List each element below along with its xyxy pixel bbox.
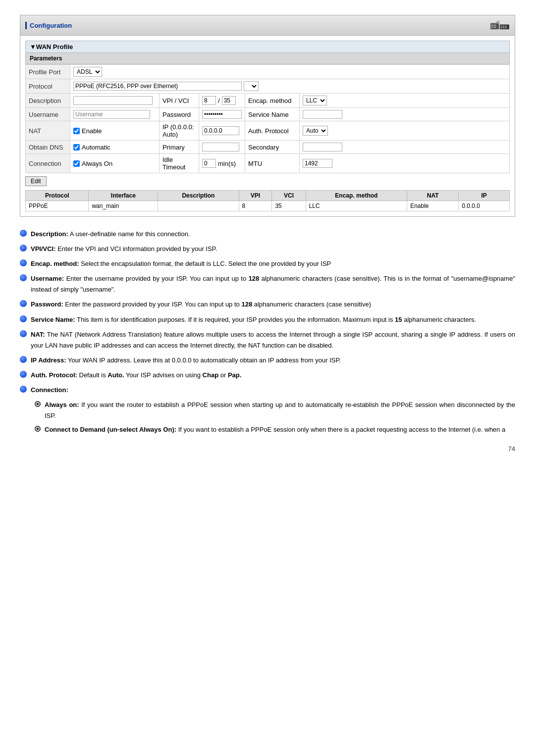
connection-row: Connection Always On Idle Timeout min(s) xyxy=(26,154,510,173)
desc-description-text: Description: A user-definable name for t… xyxy=(31,229,515,240)
sub-always-on-text: Always on: If you want the router to est… xyxy=(45,400,515,421)
auth-protocol-label-cell: Auth. Protocol xyxy=(245,121,300,141)
service-name-input-cell xyxy=(300,108,510,121)
ip-label-cell: IP (0.0.0.0: Auto) xyxy=(160,121,199,141)
edit-button[interactable]: Edit xyxy=(25,176,47,186)
desc-auth-bold1: Auto. xyxy=(107,371,124,379)
col-encap: Encap. method xyxy=(306,191,407,201)
password-input[interactable] xyxy=(202,110,242,119)
configuration-panel: Configuration ▼WA xyxy=(20,15,515,217)
desc-password-text: Password: Enter the password provided by… xyxy=(31,299,515,310)
always-on-label[interactable]: Always On xyxy=(73,160,156,167)
router-icon xyxy=(490,18,510,32)
password-label-cell: Password xyxy=(160,108,199,121)
col-nat: NAT xyxy=(407,191,459,201)
primary-input[interactable] xyxy=(202,143,239,151)
ip-input-cell xyxy=(199,121,245,141)
sub-connect-demand: Connect to Demand (un-select Always On):… xyxy=(35,424,515,435)
mtu-label-cell: MTU xyxy=(245,154,300,173)
idle-input[interactable] xyxy=(202,159,216,168)
desc-auth-text: Auth. Protocol: Default is Auto. Your IS… xyxy=(31,370,515,381)
svg-rect-13 xyxy=(496,21,497,24)
profile-port-select[interactable]: ADSL xyxy=(73,67,102,77)
bullet-ip xyxy=(20,356,27,363)
vpi-input[interactable] xyxy=(202,96,216,105)
bullet-encap xyxy=(20,259,27,266)
username-label: Username xyxy=(26,108,70,121)
desc-nat-body: The NAT (Network Address Translation) fe… xyxy=(31,331,515,349)
params-header: Parameters xyxy=(25,53,510,64)
desc-ip-item: IP Address: Your WAN IP address. Leave t… xyxy=(20,355,515,366)
row-interface: wan_main xyxy=(89,201,158,211)
connection-label: Connection xyxy=(26,154,70,173)
desc-encap-item: Encap. method: Select the encapsulation … xyxy=(20,258,515,269)
nat-row: NAT Enable IP (0.0.0.0: Auto) Auth. Prot… xyxy=(26,121,510,141)
config-icon xyxy=(490,18,510,32)
desc-auth-item: Auth. Protocol: Default is Auto. Your IS… xyxy=(20,370,515,381)
password-input-cell xyxy=(199,108,245,121)
row-description xyxy=(158,201,239,211)
description-section: Description: A user-definable name for t… xyxy=(20,229,515,435)
desc-connection-item: Connection: xyxy=(20,385,515,396)
protocol-cell xyxy=(70,79,510,94)
svg-rect-11 xyxy=(503,27,504,28)
vci-input[interactable] xyxy=(222,96,236,105)
vpi-vci-label: VPI / VCI xyxy=(162,97,189,104)
desc-nat-text: NAT: The NAT (Network Address Translatio… xyxy=(31,329,515,351)
automatic-checkbox[interactable] xyxy=(73,144,80,151)
col-protocol: Protocol xyxy=(26,191,89,201)
row-ip: 0.0.0.0 xyxy=(459,201,510,211)
desc-vpi-text: VPI/VCI: Enter the VPI and VCI informati… xyxy=(31,244,515,254)
nat-label: NAT xyxy=(26,121,70,141)
idle-timeout-label: Idle Timeout xyxy=(162,156,185,171)
protocol-input[interactable] xyxy=(73,82,242,91)
desc-username-item: Username: Enter the username provided by… xyxy=(20,273,515,295)
desc-password-bold: 128 xyxy=(241,301,252,308)
desc-service-before: This item is for identification purposes… xyxy=(75,316,395,323)
list-table-header: Protocol Interface Description VPI VCI E… xyxy=(26,191,510,201)
desc-auth-before: Default is xyxy=(77,371,107,379)
secondary-input[interactable] xyxy=(303,143,342,151)
row-vci: 35 xyxy=(272,201,306,211)
desc-service-bold: 15 xyxy=(395,316,402,323)
protocol-select[interactable] xyxy=(244,81,259,91)
desc-username-label: Username: xyxy=(31,275,64,282)
profile-port-row: Profile Port ADSL xyxy=(26,65,510,79)
auth-protocol-cell: Auto xyxy=(300,121,510,141)
automatic-label[interactable]: Automatic xyxy=(73,144,156,151)
row-encap-method: LLC xyxy=(306,201,407,211)
auth-protocol-select[interactable]: Auto xyxy=(303,126,328,136)
desc-username-before: Enter the username provided by your ISP.… xyxy=(64,275,248,282)
desc-vpi-item: VPI/VCI: Enter the VPI and VCI informati… xyxy=(20,244,515,254)
username-row: Username Password Service Name xyxy=(26,108,510,121)
vpi-vci-slash: / xyxy=(218,97,220,104)
svg-rect-2 xyxy=(491,25,493,26)
desc-connection-text: Connection: xyxy=(31,385,515,396)
desc-password-label: Password: xyxy=(31,301,63,308)
mtu-input[interactable] xyxy=(303,159,332,168)
encap-select[interactable]: LLC xyxy=(303,96,327,105)
list-table: Protocol Interface Description VPI VCI E… xyxy=(25,190,510,211)
config-header: Configuration xyxy=(20,15,515,36)
always-on-checkbox[interactable] xyxy=(73,160,80,167)
nat-enable-label[interactable]: Enable xyxy=(73,127,156,135)
bullet-connection xyxy=(20,386,27,393)
secondary-input-cell xyxy=(300,141,510,154)
bullet-service xyxy=(20,315,27,322)
primary-label: Primary xyxy=(162,144,185,151)
username-input[interactable] xyxy=(73,110,150,119)
service-name-input[interactable] xyxy=(303,110,342,119)
protocol-row: Protocol xyxy=(26,79,510,94)
ip-input[interactable] xyxy=(202,126,239,135)
secondary-label: Secondary xyxy=(248,144,279,151)
desc-password-after: alphanumeric characters (case sensitive) xyxy=(252,301,371,308)
description-input[interactable] xyxy=(73,96,153,105)
col-ip: IP xyxy=(459,191,510,201)
idle-input-cell: min(s) xyxy=(199,154,245,173)
desc-nat-item: NAT: The NAT (Network Address Translatio… xyxy=(20,329,515,351)
page-number: 74 xyxy=(20,445,515,453)
description-input-cell xyxy=(70,94,160,108)
nat-checkbox[interactable] xyxy=(73,128,80,134)
always-on-cell: Always On xyxy=(70,154,160,173)
bullet-username xyxy=(20,274,27,281)
